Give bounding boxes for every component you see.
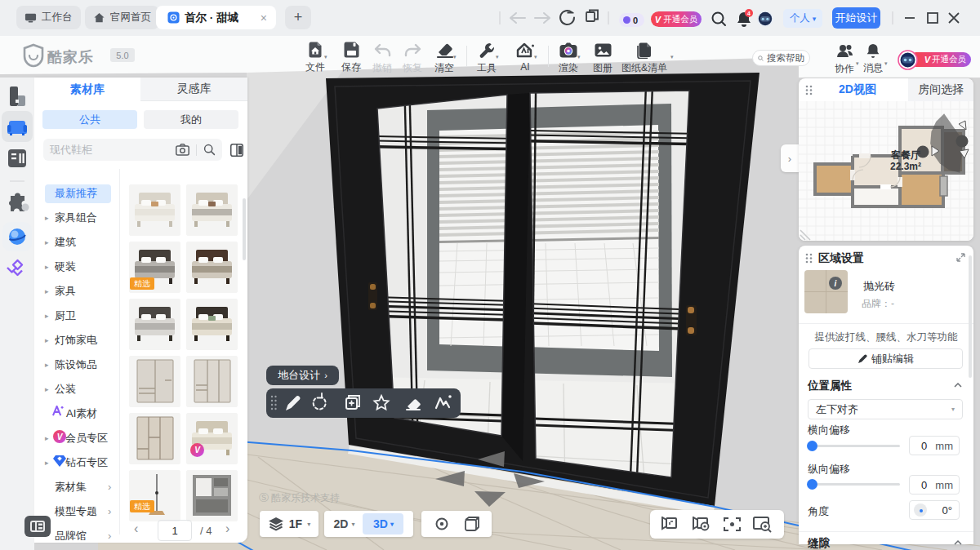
svg-text:4: 4 (747, 11, 751, 16)
svg-text:客餐厅: 客餐厅 (890, 149, 920, 161)
svg-text:22.3m²: 22.3m² (890, 161, 921, 172)
